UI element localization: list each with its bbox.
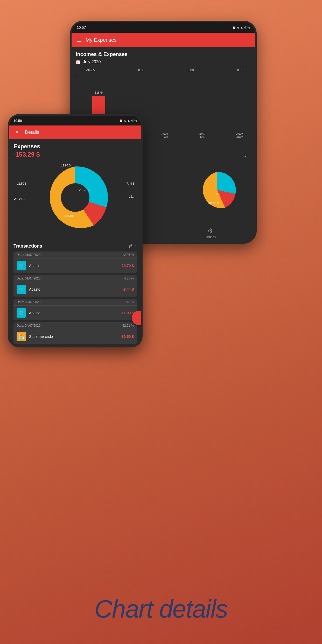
svg-point-2	[61, 183, 89, 212]
sort-vertical-icon[interactable]: ↕	[135, 243, 137, 249]
app-title-back: My Expenses	[86, 37, 117, 43]
donut-label-7-44: -7.44 $	[125, 182, 134, 185]
transaction-name-2: Abasto	[29, 287, 119, 291]
transaction-percent-4: 52.51 %	[122, 324, 134, 327]
wifi-icon: ▲	[240, 26, 243, 29]
alarm-icon-front: ⏰	[119, 119, 123, 122]
transaction-percent-1: 12.85 %	[122, 253, 134, 257]
transaction-percent-3: 7.18 %	[124, 300, 134, 304]
bar-chart-top-labels: -34.65 0.00 0.00 0.00	[76, 68, 251, 72]
transaction-group-3: Date: 02/07/2020 7.18 % 🛒 Abasto -11.00 …	[13, 299, 137, 320]
donut-label-11-50: -11.50 $	[16, 182, 26, 185]
settings-icon: ⚙	[207, 227, 213, 234]
status-icons-back: ⏰ ⊖ ▲ 44%	[232, 26, 250, 29]
transactions-header: Transactions ⇄ ↕	[13, 243, 137, 249]
transaction-name-4: Supermercado	[29, 334, 117, 339]
basket-icon-2: 🛒	[17, 285, 26, 294]
transaction-date-row-3: Date: 02/07/2020 7.18 %	[13, 299, 137, 306]
time-front: 10:58	[13, 119, 22, 123]
transaction-amount-3: -11.00 $	[121, 311, 134, 315]
store-icon-1: 🏪	[17, 332, 26, 341]
do-not-disturb-icon: ⊖	[237, 26, 239, 29]
svg-text:-19....: -19....	[216, 193, 223, 196]
sort-icons: ⇄ ↕	[129, 243, 137, 249]
transaction-amount-2: -7.44 $	[122, 287, 134, 291]
incomes-expenses-title: Incomes & Expenses	[76, 51, 251, 57]
transaction-date-4: Date: 04/07/2020	[17, 324, 40, 327]
nav-settings[interactable]: ⚙ Settings	[205, 227, 216, 239]
status-bar-back: 10:57 ⏰ ⊖ ▲ 44%	[72, 22, 255, 33]
transaction-item-1[interactable]: 🛒 Abasto -19.70 $	[13, 258, 137, 273]
donut-label-11: -11....	[128, 195, 135, 198]
transaction-date-1: Date: 01/07/2020	[17, 253, 40, 257]
transaction-name-3: Abasto	[29, 311, 117, 315]
transaction-name-1: Abasto	[29, 264, 117, 268]
app-bar-front: ✕ Details	[9, 125, 141, 139]
x-label-5: 27/0731/07	[236, 132, 243, 138]
chart-details-footer: Chart details	[0, 595, 322, 623]
date-text: July 2020	[83, 60, 101, 64]
wifi-icon-front: ▲	[127, 119, 130, 122]
front-expenses-amount: -153.29 $	[13, 151, 137, 158]
phone-front: 10:58 ⏰ ⊖ ▲ 44% ✕ Details Expenses -153.…	[8, 114, 143, 347]
app-bar-back: ☰ My Expenses	[72, 33, 255, 47]
menu-icon[interactable]: ☰	[77, 37, 81, 43]
transaction-item-2[interactable]: 🛒 Abasto -7.44 $	[13, 282, 137, 297]
transaction-date-row-1: Date: 01/07/2020 12.85 %	[13, 251, 137, 258]
calendar-icon: 📅	[76, 59, 81, 64]
transaction-amount-4: -80.50 $	[121, 334, 134, 339]
transaction-date-row-2: Date: 01/07/2020 4.85 %	[13, 275, 137, 282]
transactions-title: Transactions	[13, 243, 42, 249]
arrow-right-icon[interactable]: →	[242, 153, 247, 159]
x-label-3: 13/0719/07	[161, 132, 168, 138]
battery-back: 44%	[244, 26, 250, 29]
basket-icon-1: 🛒	[17, 261, 26, 270]
transaction-group-4: Date: 04/07/2020 52.51 % 🏪 Supermercado …	[13, 322, 137, 344]
settings-label: Settings	[205, 235, 216, 239]
transaction-date-3: Date: 02/07/2020	[17, 300, 40, 304]
bar-label-2: 0.00	[188, 68, 194, 72]
y-label-0: 0	[76, 73, 78, 77]
bar-label-3: 0.00	[237, 68, 243, 72]
front-expenses-label: Expenses	[13, 143, 137, 150]
date-row: 📅 July 2020	[76, 59, 251, 64]
transaction-item-4[interactable]: 🏪 Supermercado -80.50 $	[13, 329, 137, 344]
donut-with-labels: -12.86 $ -11.50 $ -10.29 $ -7.44 $ -11..…	[13, 161, 137, 239]
alarm-icon: ⏰	[232, 26, 236, 29]
time-back: 10:57	[77, 25, 86, 30]
status-icons-front: ⏰ ⊖ ▲ 44%	[119, 119, 137, 122]
status-bar-front: 10:58 ⏰ ⊖ ▲ 44%	[9, 116, 141, 125]
battery-front: 44%	[131, 119, 137, 122]
transaction-group-2: Date: 01/07/2020 4.85 % 🛒 Abasto -7.44 $	[13, 275, 137, 297]
x-label-4: 20/0726/07	[199, 132, 206, 138]
bar-label-0: -34.65	[86, 68, 95, 72]
close-button[interactable]: ✕	[13, 129, 21, 136]
transaction-item-3[interactable]: 🛒 Abasto -11.00 $	[13, 306, 137, 320]
donut-label-10-29: -10.29 $	[14, 198, 24, 201]
transaction-percent-2: 4.85 %	[124, 277, 134, 280]
svg-text:-80.50 $: -80.50 $	[64, 214, 74, 218]
transaction-group-1: Date: 01/07/2020 12.85 % 🛒 Abasto -19.70…	[13, 251, 137, 273]
details-title: Details	[25, 130, 39, 135]
transaction-amount-1: -19.70 $	[121, 264, 134, 268]
svg-text:-80.50 $: -80.50 $	[208, 202, 219, 205]
svg-text:-19.70 $: -19.70 $	[79, 188, 89, 192]
sort-horizontal-icon[interactable]: ⇄	[129, 243, 132, 249]
bar-value-label: -118.64	[94, 91, 103, 94]
transaction-date-2: Date: 01/07/2020	[17, 277, 40, 280]
front-content: Expenses -153.29 $ -12.86 $ -11.50 $ -10…	[9, 139, 141, 346]
basket-icon-3: 🛒	[17, 308, 26, 318]
pie-chart-svg-back: -19.... -80.50 $	[194, 169, 241, 211]
donut-area: -12.86 $ -11.50 $ -10.29 $ -7.44 $ -11..…	[13, 161, 137, 239]
transaction-date-row-4: Date: 04/07/2020 52.51 %	[13, 322, 137, 329]
donut-svg: -19.70 $ -80.50 $	[36, 161, 114, 234]
dnd-icon-front: ⊖	[124, 119, 126, 122]
bar-label-1: 0.00	[138, 68, 144, 72]
pie-back-chart: -19.... -80.50 $	[194, 169, 241, 212]
